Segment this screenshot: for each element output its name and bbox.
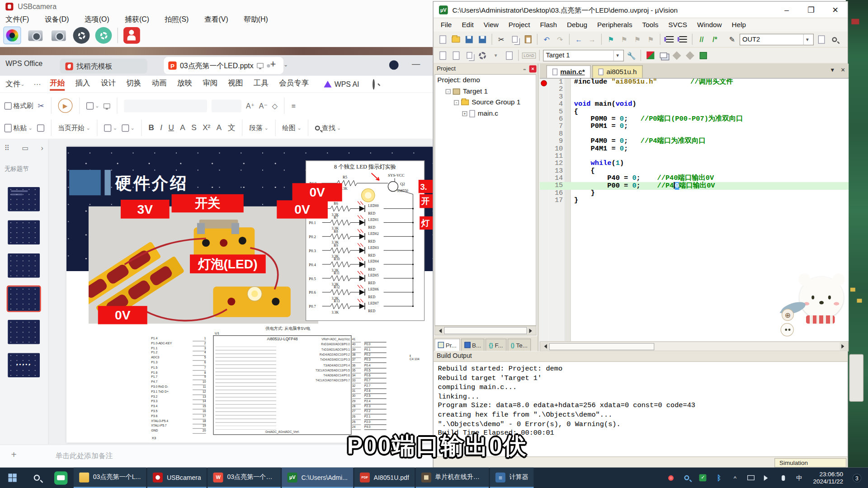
- new-tab-button[interactable]: +: [270, 59, 276, 70]
- task-item-isp[interactable]: 单片机在线升级...: [416, 468, 489, 488]
- volume-icon[interactable]: [763, 474, 772, 483]
- build-icon[interactable]: [450, 50, 462, 61]
- bookmark-icon[interactable]: ⚑: [605, 33, 617, 45]
- slide-show-button[interactable]: [104, 103, 110, 108]
- target-select-combo[interactable]: Target 1▼: [543, 50, 624, 61]
- bluetooth-icon[interactable]: ᛒ: [715, 474, 724, 483]
- clear-format-button[interactable]: ◇: [272, 102, 278, 110]
- open-file-icon[interactable]: [450, 33, 462, 45]
- uvision-menu-item[interactable]: Debug: [562, 21, 592, 29]
- new-slide-button[interactable]: ⌄: [86, 102, 99, 109]
- display-icon[interactable]: [747, 474, 756, 483]
- ribbon-tab-开始[interactable]: 开始: [50, 78, 65, 90]
- ribbon-tab-切换[interactable]: 切换: [126, 78, 141, 90]
- wps-tab-template[interactable]: 找稻壳模板: [60, 59, 147, 74]
- editor-tab-mainc[interactable]: main.c*: [547, 65, 591, 78]
- scroll-right-icon[interactable]: [528, 326, 536, 334]
- find-in-files-icon[interactable]: [816, 33, 827, 45]
- line-options-button[interactable]: ≡: [292, 102, 296, 110]
- uvision-menu-item[interactable]: Peripherals: [592, 21, 637, 29]
- paste-button[interactable]: 粘贴⌄: [5, 123, 33, 132]
- increase-font-button[interactable]: A⁺: [246, 102, 255, 110]
- snapshot-button[interactable]: [27, 27, 44, 44]
- format-button-1[interactable]: I: [160, 123, 162, 133]
- usbcamera-menu-item[interactable]: 帮助(H): [244, 14, 268, 24]
- close-button[interactable]: ✕: [823, 2, 848, 19]
- uvision-menu-item[interactable]: Flash: [535, 21, 561, 29]
- editor-tab-ai8051uh[interactable]: ai8051u.h: [593, 65, 643, 78]
- uvision-menu-item[interactable]: Tools: [637, 21, 664, 29]
- minimize-button[interactable]: –: [774, 2, 799, 19]
- decrease-font-button[interactable]: A⁻: [259, 102, 268, 110]
- pack-installer-icon[interactable]: [698, 50, 709, 61]
- format-button-6[interactable]: A: [217, 123, 222, 133]
- undo-icon[interactable]: ↶: [541, 33, 552, 45]
- paste-icon[interactable]: [522, 33, 534, 45]
- notification-badge[interactable]: 3: [853, 474, 862, 483]
- avatar[interactable]: [389, 60, 399, 70]
- save-all-icon[interactable]: [476, 33, 488, 45]
- find-button[interactable]: 查找⌄: [315, 123, 341, 132]
- add-slide-button[interactable]: +: [11, 449, 16, 460]
- capture-person-button[interactable]: [123, 27, 140, 44]
- next-bookmark-icon[interactable]: ⚑: [632, 33, 643, 45]
- slide-view-icon[interactable]: ▭: [22, 144, 28, 152]
- format-button-3[interactable]: A: [180, 123, 185, 133]
- slide-thumbnail-6[interactable]: ●●●●●: [8, 353, 40, 377]
- window-cascade-icon[interactable]: [658, 50, 670, 61]
- ribbon-tab-工具[interactable]: 工具: [254, 78, 269, 90]
- ribbon-tab-审阅[interactable]: 审阅: [203, 78, 217, 90]
- uncomment-icon[interactable]: /*: [709, 33, 721, 45]
- scroll-thumb[interactable]: [444, 327, 527, 334]
- cut-button[interactable]: ✂: [38, 101, 44, 110]
- slide-thumbnail-5[interactable]: [8, 320, 40, 344]
- close-tab-icon[interactable]: ✕: [841, 67, 845, 73]
- usbcamera-titlebar[interactable]: USBcamera: [0, 0, 433, 13]
- slide-thumbnail-1[interactable]: [8, 187, 40, 211]
- ribbon-tab-设计[interactable]: 设计: [101, 78, 116, 90]
- more-menu[interactable]: ⋯: [33, 80, 41, 89]
- maximize-button[interactable]: ❐: [799, 2, 823, 19]
- task-item-calc[interactable]: 计算器: [490, 468, 534, 488]
- outline-view-icon[interactable]: ⠿: [5, 144, 10, 152]
- start-button[interactable]: [0, 468, 24, 488]
- task-item-uvision[interactable]: µVC:\Users\Admi...: [282, 468, 354, 488]
- stop-build-icon[interactable]: ▼: [490, 50, 502, 61]
- task-item-folder[interactable]: 03点亮第一个L...: [74, 468, 146, 488]
- project-hscrollbar[interactable]: [434, 326, 536, 335]
- slide-thumbnail-3[interactable]: [8, 253, 40, 278]
- uvision-menu-item[interactable]: File: [436, 21, 457, 29]
- draw-button[interactable]: 绘图⌄: [282, 123, 301, 132]
- navigate-back-icon[interactable]: ←: [573, 33, 585, 45]
- notes-placeholder[interactable]: 单击此处添加备注: [55, 451, 113, 461]
- save-icon[interactable]: [463, 33, 475, 45]
- ribbon-tab-会员专享[interactable]: 会员专享: [279, 78, 309, 90]
- cut-icon[interactable]: ✂: [495, 33, 507, 45]
- microphone-icon[interactable]: [779, 474, 788, 483]
- batch-build-icon[interactable]: [476, 50, 488, 61]
- tree-item-project-demo[interactable]: Project: demo: [435, 75, 536, 85]
- tree-item-source-group-1[interactable]: -Source Group 1: [435, 97, 536, 108]
- scroll-left-icon[interactable]: [435, 326, 443, 334]
- comment-icon[interactable]: //: [696, 33, 708, 45]
- font-name-select[interactable]: [124, 99, 208, 112]
- record-button[interactable]: [50, 27, 67, 44]
- pin-icon[interactable]: 𝆙: [521, 65, 528, 72]
- close-panel-icon[interactable]: ×: [529, 65, 537, 72]
- clear-bookmarks-icon[interactable]: ⚑: [645, 33, 657, 45]
- usbcamera-menu-item[interactable]: 设备(D): [45, 14, 69, 24]
- wps-tab-document[interactable]: P03点亮第一个LED.pptx: [164, 57, 283, 74]
- rebuild-icon[interactable]: [463, 50, 475, 61]
- usbcamera-menu-item[interactable]: 查看(V): [204, 14, 228, 24]
- play-slideshow-button[interactable]: ▶: [58, 99, 72, 113]
- slide-thumbnail-4[interactable]: [8, 286, 40, 311]
- start-from-page-button[interactable]: 当页开始⌄: [58, 123, 90, 132]
- new-file-icon[interactable]: [437, 33, 448, 45]
- target-options-icon[interactable]: 🔧: [626, 50, 637, 61]
- paragraph-button[interactable]: 段落⌄: [249, 123, 268, 132]
- kill-breakpoints-icon[interactable]: [684, 50, 696, 61]
- translate-icon[interactable]: [437, 50, 448, 61]
- edit-box-icon[interactable]: ✎: [726, 33, 738, 45]
- uvision-menu-item[interactable]: View: [479, 21, 504, 29]
- prev-bookmark-icon[interactable]: ⚑: [618, 33, 630, 45]
